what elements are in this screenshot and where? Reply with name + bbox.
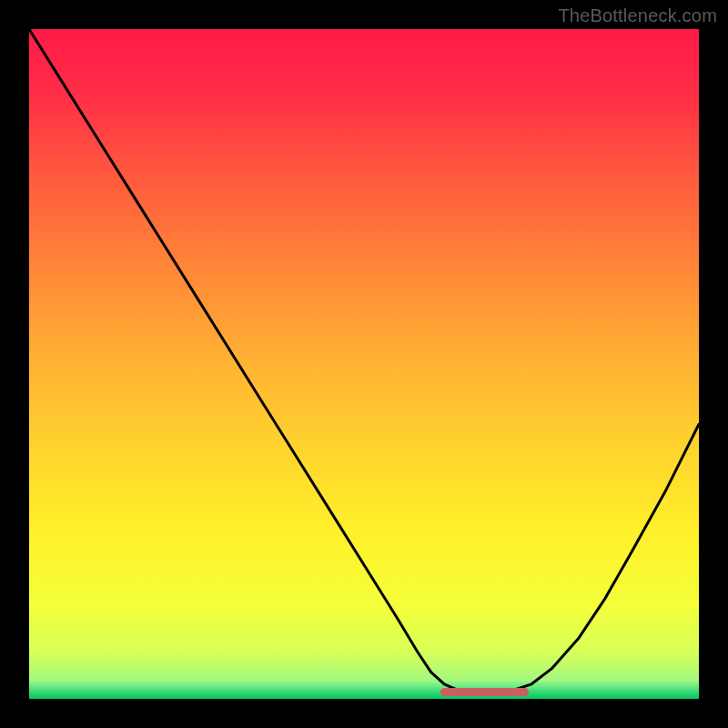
plot-area (29, 29, 699, 699)
chart-root: TheBottleneck.com (0, 0, 728, 728)
bottleneck-curve-layer (29, 29, 699, 699)
bottleneck-curve (29, 29, 699, 693)
attribution-label: TheBottleneck.com (558, 5, 717, 26)
